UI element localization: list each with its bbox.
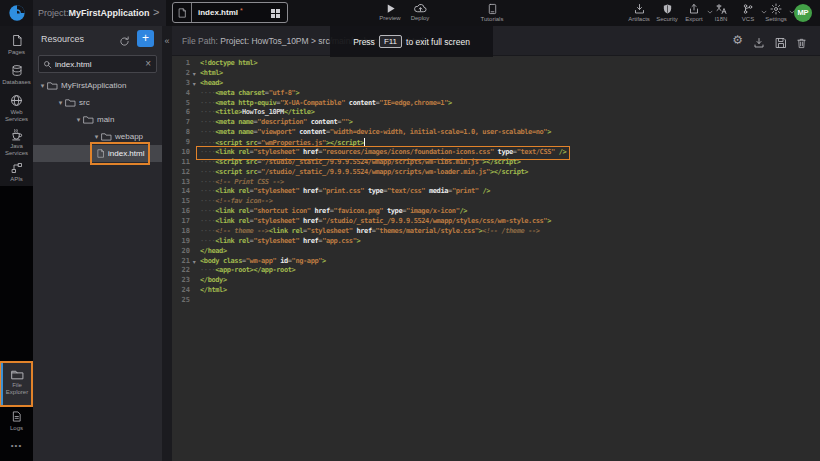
line-number: 11: [172, 158, 190, 168]
code-text: <html>: [198, 69, 225, 79]
tab-index-html[interactable]: index.html *: [172, 2, 288, 23]
code-line-5[interactable]: 5····<meta http-equiv="X-UA-Compatible" …: [172, 99, 820, 109]
save-file-icon[interactable]: [775, 35, 787, 53]
java-cup-icon: [10, 128, 23, 141]
refresh-button[interactable]: [119, 33, 130, 51]
expander-icon[interactable]: ▾: [92, 128, 101, 145]
collapse-panel-icon[interactable]: «: [162, 34, 172, 48]
line-number: 21: [172, 257, 190, 267]
database-icon: [11, 64, 23, 77]
code-line-16[interactable]: 16····<link rel="shortcut icon" href="fa…: [172, 207, 820, 217]
sidebar-item-file-explorer[interactable]: File Explorer: [1, 363, 31, 405]
add-resource-button[interactable]: +: [137, 30, 154, 47]
tree-node-index-html[interactable]: index.html: [33, 145, 162, 162]
code-line-6[interactable]: 6····<title>HowTos_10PM</title>: [172, 108, 820, 118]
code-line-21[interactable]: 21▾<body class="wm-app" id="ng-app">: [172, 257, 820, 267]
code-line-19[interactable]: 19····<link rel="stylesheet" href="app.c…: [172, 237, 820, 247]
code-line-2[interactable]: 2▾<html>: [172, 69, 820, 79]
tab-strip: index.html * Preview Deploy Tutorials Ar…: [166, 0, 820, 26]
file-path-bar: File Path: Project: HowTos_10PM > src/ma…: [172, 26, 820, 56]
line-number: 8: [172, 128, 190, 138]
expander-icon[interactable]: ▾: [56, 94, 65, 111]
code-text: ····<script src="/studio/_static_/9.9.9.…: [198, 168, 530, 178]
code-line-14[interactable]: 14····<link rel="stylesheet" href="print…: [172, 187, 820, 197]
line-number: 17: [172, 217, 190, 227]
fold-marker-icon[interactable]: ▾: [190, 257, 198, 267]
code-line-4[interactable]: 4····<meta charset="utf-8">: [172, 89, 820, 99]
sidebar-item-web-services[interactable]: Web Services: [0, 94, 33, 122]
user-avatar[interactable]: MP: [794, 4, 812, 22]
more-options-icon[interactable]: •••: [0, 441, 33, 450]
code-line-7[interactable]: 7····<meta name="description" content=""…: [172, 118, 820, 128]
search-input[interactable]: [52, 60, 145, 69]
code-line-9[interactable]: 9····<script src="wmProperties.js"></scr…: [172, 138, 820, 148]
line-number: 4: [172, 89, 190, 99]
code-line-11[interactable]: 11····<script src="/studio/_static_/9.9.…: [172, 158, 820, 168]
sidebar-item-pages[interactable]: Pages: [0, 34, 33, 56]
play-icon: [385, 3, 396, 14]
code-line-20[interactable]: 20</head>: [172, 247, 820, 257]
fold-marker-icon[interactable]: ▾: [190, 79, 198, 89]
tree-node-main[interactable]: ▾ main: [33, 111, 162, 128]
resource-search: ×: [38, 55, 157, 73]
tutorials-button[interactable]: Tutorials: [470, 3, 514, 25]
tray-download-icon: [633, 3, 646, 15]
line-number: 2: [172, 69, 190, 79]
deploy-button[interactable]: Deploy: [402, 3, 438, 25]
folder-icon: [11, 369, 24, 380]
code-line-12[interactable]: 12····<script src="/studio/_static_/9.9.…: [172, 168, 820, 178]
code-line-15[interactable]: 15····<!--fav icon-->: [172, 197, 820, 207]
expander-icon[interactable]: ▾: [74, 111, 83, 128]
app-logo[interactable]: [0, 0, 33, 26]
code-line-24[interactable]: 24</html>: [172, 286, 820, 296]
line-number: 10: [172, 148, 190, 158]
unsaved-marker: *: [240, 7, 243, 14]
line-number: 3: [172, 79, 190, 89]
code-line-23[interactable]: 23</body>: [172, 276, 820, 286]
sidebar-item-logs[interactable]: Logs: [0, 410, 33, 432]
code-text: ····<app-root></app-root>: [198, 266, 297, 276]
project-label: Project:: [38, 8, 69, 18]
settings-button[interactable]: Settings: [758, 3, 794, 25]
connector-icon: [11, 162, 23, 174]
editor-settings-icon[interactable]: ⚙: [732, 33, 743, 47]
fullscreen-toast: Press F11 to exit full screen: [330, 26, 493, 57]
code-text: ····<meta name="description" content="">: [198, 118, 355, 128]
code-editor[interactable]: 1<!doctype html>2▾<html>3▾<head>4····<me…: [172, 57, 820, 461]
wavemaker-logo-icon: [8, 4, 26, 22]
download-file-icon[interactable]: [753, 35, 765, 53]
code-line-18[interactable]: 18····<!-- theme --><link rel="styleshee…: [172, 227, 820, 237]
file-tree: ▾ MyFirstApplication ▾ src ▾ main ▾ weba…: [33, 77, 162, 162]
code-line-1[interactable]: 1<!doctype html>: [172, 59, 820, 69]
line-number: 13: [172, 178, 190, 188]
code-line-17[interactable]: 17····<link rel="stylesheet" href="/stud…: [172, 217, 820, 227]
sidebar-item-java-services[interactable]: Java Services: [0, 128, 33, 156]
folder-icon: [101, 132, 112, 141]
resources-panel: Resources + × ▾ MyFirstApplication ▾ src: [33, 26, 162, 461]
line-number: 7: [172, 118, 190, 128]
code-text: <head>: [198, 79, 225, 89]
delete-file-icon[interactable]: [796, 35, 807, 53]
clear-search-icon[interactable]: ×: [145, 56, 151, 72]
fold-marker-icon[interactable]: ▾: [190, 69, 198, 79]
sidebar-item-apis[interactable]: APIs: [0, 162, 33, 183]
folder-icon: [83, 115, 94, 124]
code-line-25[interactable]: 25: [172, 296, 820, 306]
cloud-upload-icon: [414, 3, 427, 14]
tree-node-webapp[interactable]: ▾ webapp: [33, 128, 162, 145]
book-icon: [487, 3, 498, 15]
code-line-10[interactable]: 10····<link rel="stylesheet" href="resou…: [172, 148, 820, 158]
line-number: 20: [172, 247, 190, 257]
split-view-icon[interactable]: [271, 9, 280, 18]
code-line-13[interactable]: 13····<!-- Print CSS -->: [172, 178, 820, 188]
line-number: 19: [172, 237, 190, 247]
tree-node-myfirstapplication[interactable]: ▾ MyFirstApplication: [33, 77, 162, 94]
tree-node-src[interactable]: ▾ src: [33, 94, 162, 111]
code-text: ····<link rel="stylesheet" href="print.c…: [198, 187, 492, 197]
expander-icon[interactable]: ▾: [38, 77, 47, 94]
sidebar-item-databases[interactable]: Databases: [0, 64, 33, 86]
folder-icon: [65, 98, 76, 107]
resources-header: Resources +: [33, 26, 162, 52]
code-line-3[interactable]: 3▾<head>: [172, 79, 820, 89]
code-line-22[interactable]: 22····<app-root></app-root>: [172, 266, 820, 276]
